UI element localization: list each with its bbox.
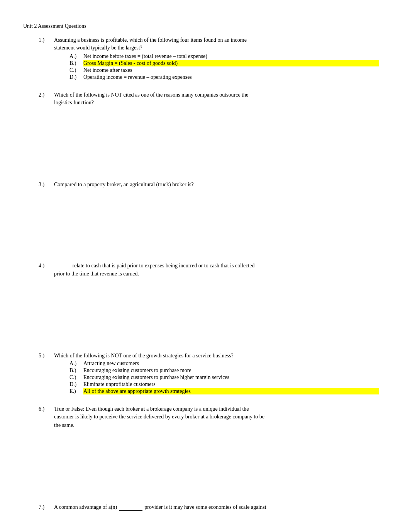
- question-2-text-line2: logistics function?: [54, 100, 379, 106]
- question-3-number: 3.): [39, 182, 54, 188]
- question-6-text-line3: the same.: [54, 422, 379, 428]
- page-title: Unit 2 Assessment Questions: [23, 23, 379, 29]
- question-1-options: A.) Net income before taxes = (total rev…: [69, 53, 379, 80]
- question-7-text: A common advantage of a(n) provider is i…: [54, 504, 379, 511]
- list-item: D.) Eliminate unprofitable customers: [69, 381, 379, 388]
- question-7-text-part1: A common advantage of a(n): [54, 504, 119, 510]
- list-item: A.) Attracting new customers: [69, 360, 379, 367]
- option-5b-text: Encouraging existing customers to purcha…: [83, 367, 379, 374]
- question-2: 2.) Which of the following is NOT cited …: [39, 92, 379, 170]
- question-4-text: relate to cash that is paid prior to exp…: [54, 263, 379, 269]
- option-b-text: Gross Margin = (Sales - cost of goods so…: [83, 60, 379, 66]
- option-5b-letter: B.): [69, 367, 83, 374]
- question-1-text-line2: statement would typically be the largest…: [54, 45, 379, 51]
- question-1-text: Assuming a business is profitable, which…: [54, 37, 379, 43]
- question-6-number: 6.): [39, 406, 54, 412]
- list-item: B.) Encouraging existing customers to pu…: [69, 367, 379, 374]
- question-5-number: 5.): [39, 353, 54, 359]
- option-5e-letter: E.): [69, 388, 83, 394]
- question-6: 6.) True or False: Even though each brok…: [39, 406, 379, 493]
- list-item: B.) Gross Margin = (Sales - cost of good…: [69, 60, 379, 66]
- option-d-text: Operating income = revenue – operating e…: [83, 74, 379, 80]
- option-b-letter: B.): [69, 60, 83, 66]
- question-5-options: A.) Attracting new customers B.) Encoura…: [69, 360, 379, 394]
- list-item: E.) All of the above are appropriate gro…: [69, 388, 379, 394]
- question-4-text-line2: prior to the time that revenue is earned…: [54, 271, 379, 277]
- question-5: 5.) Which of the following is NOT one of…: [39, 353, 379, 394]
- list-item: C.) Encouraging existing customers to pu…: [69, 374, 379, 381]
- option-5d-text: Eliminate unprofitable customers: [83, 381, 379, 388]
- question-4-number: 4.): [39, 263, 54, 269]
- question-7-number: 7.): [39, 504, 54, 511]
- option-d-letter: D.): [69, 74, 83, 80]
- option-a-letter: A.): [69, 53, 83, 59]
- question-2-number: 2.): [39, 92, 54, 98]
- option-5c-text: Encouraging existing customers to purcha…: [83, 374, 379, 381]
- list-item: D.) Operating income = revenue – operati…: [69, 74, 379, 80]
- question-3-text: Compared to a property broker, an agricu…: [54, 182, 379, 188]
- question-7: 7.) A common advantage of a(n) provider …: [39, 504, 379, 511]
- question-7-text-part2: provider is it may have some economies o…: [143, 504, 266, 510]
- question-3: 3.) Compared to a property broker, an ag…: [39, 182, 379, 251]
- option-c-text: Net income after taxes: [83, 67, 379, 73]
- question-5-text: Which of the following is NOT one of the…: [54, 353, 379, 359]
- option-5c-letter: C.): [69, 374, 83, 381]
- question-7-blank: [119, 504, 142, 511]
- list-item: A.) Net income before taxes = (total rev…: [69, 53, 379, 59]
- question-4: 4.) relate to cash that is paid prior to…: [39, 263, 379, 341]
- question-4-blank: [55, 263, 70, 269]
- option-5a-text: Attracting new customers: [83, 360, 379, 367]
- question-6-text-line2: customer is likely to perceive the servi…: [54, 414, 379, 420]
- question-6-text: True or False: Even though each broker a…: [54, 406, 379, 412]
- option-5e-text: All of the above are appropriate growth …: [83, 388, 379, 394]
- option-c-letter: C.): [69, 67, 83, 73]
- option-a-text: Net income before taxes = (total revenue…: [83, 53, 379, 59]
- list-item: C.) Net income after taxes: [69, 67, 379, 73]
- question-4-text-part2: relate to cash that is paid prior to exp…: [73, 263, 255, 269]
- question-1-number: 1.): [39, 37, 54, 43]
- option-5d-letter: D.): [69, 381, 83, 388]
- question-2-text: Which of the following is NOT cited as o…: [54, 92, 379, 98]
- question-1: 1.) Assuming a business is profitable, w…: [39, 37, 379, 80]
- option-5a-letter: A.): [69, 360, 83, 367]
